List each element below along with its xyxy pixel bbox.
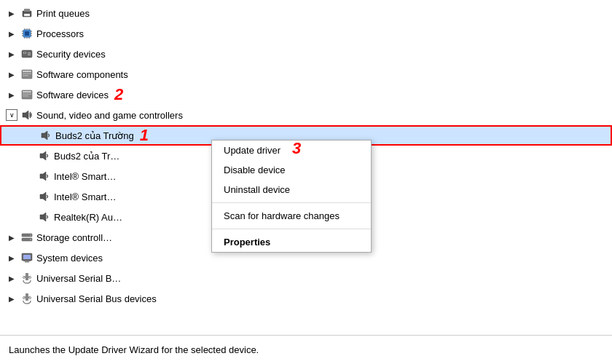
- svg-marker-34: [40, 192, 46, 201]
- status-text: Launches the Update Driver Wizard for th…: [9, 344, 259, 355]
- update-driver-label: Update driver: [224, 145, 280, 156]
- intel-smart1-icon: [38, 170, 51, 183]
- intel-smart2-label: Intel® Smart…: [54, 191, 116, 202]
- tree-item-sound-video[interactable]: ∨ Sound, video and game controllers: [0, 105, 612, 125]
- chevron-usb1: ▶: [6, 272, 17, 284]
- svg-marker-35: [40, 213, 46, 221]
- universal-serial1-label: Universal Serial B…: [36, 273, 121, 284]
- chevron-box-sound[interactable]: ∨: [6, 109, 17, 121]
- storage-controllers-label: Storage controll…: [36, 232, 112, 243]
- ctx-separator-2: [212, 229, 371, 229]
- svg-rect-23: [23, 71, 31, 72]
- badge-2: 2: [114, 85, 123, 104]
- intel-smart1-label: Intel® Smart…: [54, 171, 116, 182]
- system-devices-icon: [20, 251, 34, 264]
- buds2-tr-icon: [38, 149, 51, 162]
- svg-marker-30: [23, 111, 28, 119]
- security-devices-icon: [20, 47, 34, 60]
- software-devices-label: Software devices: [36, 90, 109, 100]
- realtek-icon: [38, 210, 51, 223]
- status-bar: Launches the Update Driver Wizard for th…: [0, 335, 612, 364]
- chevron-processors: ▶: [6, 28, 17, 39]
- print-queues-label: Print queues: [36, 8, 90, 19]
- svg-rect-19: [28, 52, 31, 54]
- svg-rect-1: [24, 9, 30, 12]
- tree-item-print-queues[interactable]: ▶ Print queues: [0, 3, 612, 23]
- storage-controllers-icon: [20, 231, 34, 244]
- svg-marker-33: [40, 172, 46, 181]
- chevron-usb2: ▶: [6, 293, 17, 304]
- universal-serial2-label: Universal Serial Bus devices: [36, 293, 157, 304]
- universal-serial2-icon: [20, 292, 34, 305]
- chevron-print-queues: ▶: [6, 7, 17, 19]
- svg-rect-4: [25, 31, 29, 36]
- tree-item-universal-serial2[interactable]: ▶ Universal Serial Bus devices: [0, 288, 612, 309]
- badge-1: 1: [140, 126, 149, 145]
- badge-3: 3: [292, 139, 301, 158]
- universal-serial1-icon: [20, 272, 34, 285]
- svg-rect-27: [23, 91, 31, 92]
- svg-rect-2: [24, 14, 30, 16]
- sound-video-label: Sound, video and game controllers: [36, 110, 183, 121]
- software-components-icon: [20, 68, 34, 81]
- ctx-separator-1: [212, 202, 371, 203]
- svg-point-21: [24, 52, 26, 54]
- svg-rect-41: [23, 255, 31, 259]
- tree-item-software-components[interactable]: ▶ Software components: [0, 64, 612, 84]
- sound-video-icon: [20, 108, 34, 122]
- chevron-security: ▶: [6, 48, 17, 60]
- svg-rect-44: [26, 273, 28, 280]
- context-menu: Update driver 3 Disable device Uninstall…: [211, 140, 372, 253]
- tree-item-security-devices[interactable]: ▶ Security devices: [0, 44, 612, 64]
- svg-rect-42: [25, 261, 29, 263]
- svg-rect-43: [23, 261, 31, 261]
- svg-rect-20: [28, 55, 31, 56]
- buds2-tr-label: Buds2 của Tr…: [54, 151, 119, 162]
- svg-rect-17: [22, 50, 32, 58]
- ctx-disable-device[interactable]: Disable device: [212, 160, 371, 180]
- chevron-storage: ▶: [6, 232, 17, 243]
- properties-label: Properties: [224, 237, 270, 248]
- tree-item-universal-serial1[interactable]: ▶ Universal Serial B…: [0, 268, 612, 288]
- disable-device-label: Disable device: [224, 165, 286, 175]
- chevron-software-devices: ▶: [6, 89, 17, 100]
- ctx-properties[interactable]: Properties: [212, 232, 371, 252]
- realtek-label: Realtek(R) Au…: [54, 212, 122, 223]
- buds2-truong-label: Buds2 của Trường: [55, 130, 134, 141]
- ctx-uninstall-device[interactable]: Uninstall device: [212, 180, 371, 199]
- processors-label: Processors: [36, 28, 84, 39]
- security-devices-label: Security devices: [36, 49, 106, 60]
- print-queues-icon: [20, 7, 34, 20]
- tree-item-software-devices[interactable]: ▶ Software devices 2: [0, 84, 612, 105]
- ctx-scan-hardware[interactable]: Scan for hardware changes: [212, 206, 371, 226]
- chevron-system: ▶: [6, 252, 17, 264]
- tree-item-processors[interactable]: ▶ Processors: [0, 23, 612, 44]
- svg-point-39: [30, 239, 31, 240]
- software-components-label: Software components: [36, 69, 128, 80]
- svg-marker-32: [40, 151, 46, 160]
- uninstall-device-label: Uninstall device: [224, 184, 290, 195]
- chevron-software-components: ▶: [6, 68, 17, 80]
- svg-rect-28: [23, 94, 31, 95]
- software-devices-icon: [20, 88, 34, 101]
- buds2-truong-icon: [39, 129, 52, 142]
- svg-rect-29: [23, 95, 28, 97]
- svg-point-37: [30, 234, 31, 236]
- ctx-update-driver[interactable]: Update driver 3: [212, 141, 371, 160]
- svg-rect-49: [26, 293, 28, 301]
- system-devices-label: System devices: [36, 253, 103, 264]
- scan-hardware-label: Scan for hardware changes: [224, 210, 340, 221]
- svg-rect-25: [23, 75, 28, 76]
- intel-smart2-icon: [38, 190, 51, 203]
- processors-icon: [20, 27, 34, 40]
- svg-rect-24: [23, 74, 31, 75]
- svg-marker-31: [42, 131, 47, 140]
